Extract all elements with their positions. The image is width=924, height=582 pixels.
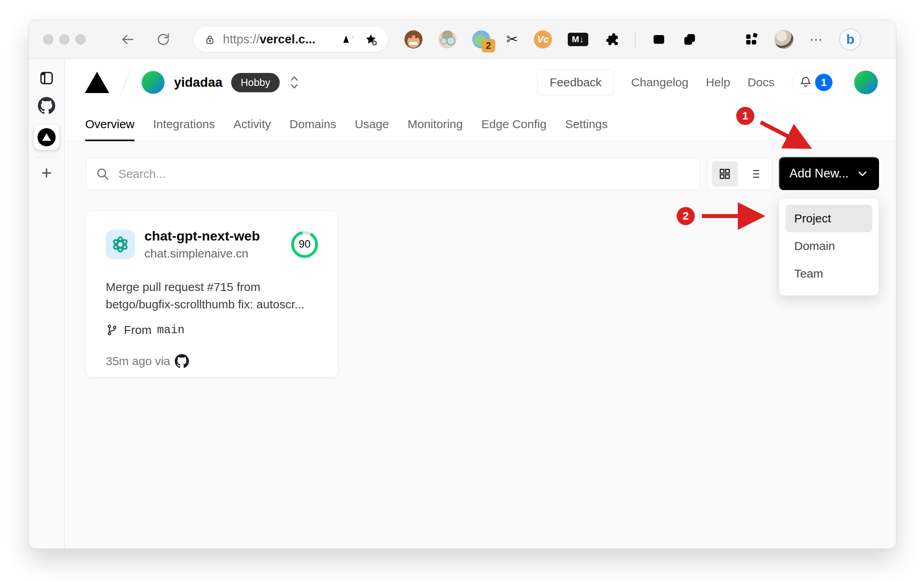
- vercel-dashboard: yidadaa Hobby Feedback Changelog Help Do…: [65, 59, 896, 548]
- help-link[interactable]: Help: [706, 76, 730, 89]
- bell-icon: [799, 75, 813, 90]
- openai-logo-icon: [111, 235, 129, 254]
- dropdown-item-project[interactable]: Project: [786, 205, 872, 232]
- dashboard-content: Add New... chat-: [65, 141, 896, 548]
- close-window-button[interactable]: [43, 34, 53, 45]
- sidebar-add-icon[interactable]: +: [41, 164, 52, 182]
- project-favicon: [106, 230, 135, 259]
- project-card[interactable]: chat-gpt-next-web chat.simplenaive.cn 90…: [86, 211, 338, 377]
- project-search[interactable]: [86, 158, 700, 190]
- search-input[interactable]: [118, 167, 690, 181]
- vercel-sidebar-tab[interactable]: [34, 125, 59, 150]
- annotation-step-2-badge: 2: [677, 207, 695, 225]
- extensions-icon[interactable]: [604, 32, 619, 47]
- split-screen-icon[interactable]: [651, 32, 666, 47]
- chevron-down-icon: [857, 168, 868, 179]
- user-avatar[interactable]: [854, 71, 878, 94]
- lock-icon: [204, 34, 216, 45]
- tab-integrations[interactable]: Integrations: [153, 118, 215, 141]
- person-extension-icon[interactable]: [438, 30, 456, 48]
- zoom-window-button[interactable]: [75, 34, 86, 45]
- grid-view-icon: [718, 167, 731, 181]
- team-avatar[interactable]: [142, 71, 165, 94]
- add-new-label: Add New...: [789, 166, 849, 181]
- commit-line-1: Merge pull request #715 from: [106, 278, 318, 296]
- annotation-step-1-badge: 1: [736, 107, 754, 125]
- notifications-button[interactable]: 1: [792, 71, 837, 94]
- tab-settings[interactable]: Settings: [565, 118, 608, 141]
- back-icon[interactable]: [120, 32, 135, 47]
- vercel-app-icon: [37, 128, 56, 146]
- add-new-dropdown: Project Domain Team: [779, 198, 879, 296]
- tab-domains[interactable]: Domains: [290, 118, 336, 141]
- github-sidebar-icon[interactable]: [38, 97, 55, 114]
- lighthouse-score: 90: [294, 234, 315, 255]
- browser-sidebar: +: [29, 59, 65, 548]
- more-menu-icon[interactable]: ⋯: [809, 32, 823, 47]
- tab-monitoring[interactable]: Monitoring: [408, 118, 463, 141]
- session-extension-badge: 2: [482, 39, 495, 52]
- branch-row: From main: [106, 323, 318, 337]
- view-toggle: [707, 158, 772, 190]
- add-new-button[interactable]: Add New...: [779, 157, 879, 190]
- vercel-logo[interactable]: [85, 72, 109, 93]
- dropdown-item-domain[interactable]: Domain: [786, 232, 872, 260]
- search-icon: [95, 167, 110, 181]
- grid-view-button[interactable]: [712, 161, 738, 187]
- tab-usage[interactable]: Usage: [355, 118, 389, 141]
- feedback-button[interactable]: Feedback: [537, 69, 614, 95]
- docs-link[interactable]: Docs: [748, 76, 774, 89]
- changelog-link[interactable]: Changelog: [631, 76, 688, 89]
- github-icon: [175, 354, 189, 368]
- branch-label: From: [124, 323, 152, 337]
- team-switcher-icon[interactable]: [288, 75, 300, 90]
- browser-profile-avatar[interactable]: [774, 30, 793, 49]
- minimize-window-button[interactable]: [59, 34, 69, 45]
- git-branch-icon: [106, 324, 118, 336]
- tab-overview[interactable]: Overview: [85, 118, 135, 141]
- apps-icon[interactable]: [744, 32, 759, 47]
- commit-line-2: betgo/bugfix-scrollthumb fix: autoscr...: [106, 296, 318, 313]
- url-host: vercel.c...: [260, 32, 315, 46]
- window-controls: [43, 34, 86, 45]
- deploy-meta: 35m ago via: [106, 354, 170, 368]
- lighthouse-score-ring: 90: [291, 231, 318, 258]
- toolbar-divider: [635, 32, 636, 47]
- annotation-arrow-2: [699, 209, 766, 223]
- read-aloud-icon[interactable]: [340, 33, 354, 46]
- plan-badge: Hobby: [231, 73, 280, 92]
- url-scheme: https://: [223, 32, 260, 46]
- browser-window: https://vercel.c... 2: [28, 20, 896, 549]
- session-extension-icon[interactable]: 2: [472, 30, 490, 48]
- sidebar-divider: [35, 157, 58, 157]
- add-favorite-icon[interactable]: [364, 33, 378, 46]
- downloads-icon[interactable]: [713, 32, 728, 47]
- branch-name: main: [157, 324, 185, 337]
- bing-chat-icon[interactable]: b: [839, 28, 861, 50]
- project-name[interactable]: chat-gpt-next-web: [144, 228, 260, 244]
- team-name[interactable]: yidadaa: [174, 75, 223, 90]
- markdown-extension-icon[interactable]: M↓: [568, 33, 588, 46]
- annotation-arrow-1: [758, 118, 817, 154]
- commit-message: Merge pull request #715 from betgo/bugfi…: [106, 278, 318, 313]
- list-view-icon: [748, 167, 761, 181]
- tab-edge-config[interactable]: Edge Config: [481, 118, 546, 141]
- url-text: https://vercel.c...: [223, 32, 315, 47]
- reload-icon[interactable]: [156, 32, 171, 47]
- project-domain[interactable]: chat.simplenaive.cn: [144, 247, 260, 260]
- tab-activity[interactable]: Activity: [234, 118, 271, 141]
- list-view-button[interactable]: [742, 161, 768, 187]
- address-bar[interactable]: https://vercel.c...: [194, 27, 388, 52]
- breadcrumb-slash: [121, 70, 130, 95]
- scissors-extension-icon[interactable]: ✂: [506, 32, 518, 47]
- collections-icon[interactable]: [682, 32, 697, 47]
- dropdown-item-team[interactable]: Team: [786, 260, 872, 287]
- sidebar-panel-icon[interactable]: [39, 70, 54, 86]
- tampermonkey-extension-icon[interactable]: [404, 30, 423, 48]
- browser-toolbar: https://vercel.c... 2: [29, 20, 896, 59]
- notification-count-badge: 1: [815, 74, 832, 91]
- vc-extension-icon[interactable]: Vc: [534, 30, 552, 48]
- desktop: https://vercel.c... 2: [0, 0, 924, 582]
